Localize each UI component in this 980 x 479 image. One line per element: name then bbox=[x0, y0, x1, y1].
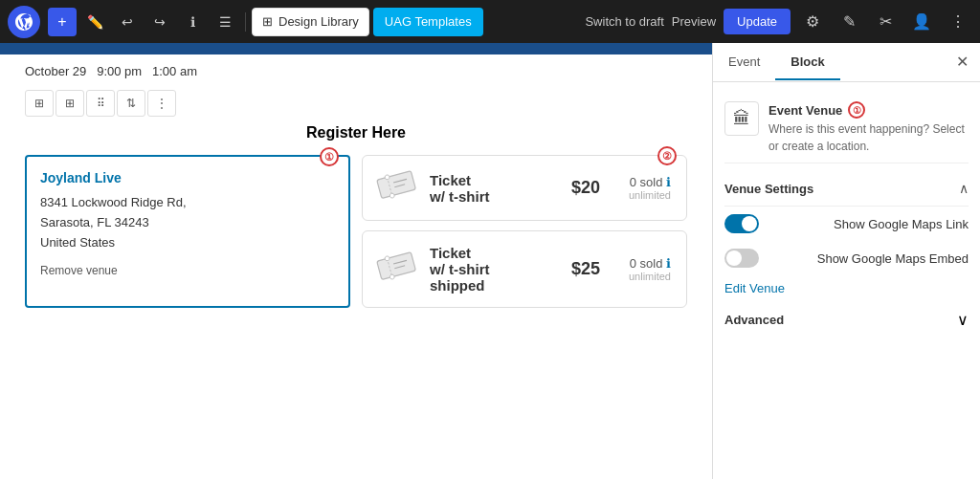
venue-address-line3: United States bbox=[40, 235, 115, 250]
design-library-button[interactable]: ⊞ Design Library bbox=[252, 8, 369, 36]
ticket-icon-1 bbox=[374, 164, 421, 210]
venue-settings-label: Venue Settings bbox=[724, 182, 813, 196]
event-venue-block-item: 🏛 Event Venue ① Where is this event happ… bbox=[724, 94, 969, 163]
design-library-icon: ⊞ bbox=[262, 14, 273, 29]
edit-tool-button[interactable]: ✏️ bbox=[80, 8, 109, 36]
venue-settings-section[interactable]: Venue Settings ∧ bbox=[724, 171, 969, 207]
advanced-toggle-icon: ∨ bbox=[957, 311, 969, 329]
venue-block: ① Joyland Live 8341 Lockwood Ridge Rd, S… bbox=[25, 155, 350, 308]
switch-draft-button[interactable]: Switch to draft bbox=[585, 14, 663, 29]
toggle-maps-embed[interactable] bbox=[724, 249, 759, 268]
info-icon-2: ℹ bbox=[666, 256, 671, 271]
ticket-info-1: Ticketw/ t-shirt bbox=[430, 172, 543, 205]
content-row: ① Joyland Live 8341 Lockwood Ridge Rd, S… bbox=[15, 155, 697, 308]
ticket-name-1: Ticketw/ t-shirt bbox=[430, 172, 543, 205]
advanced-label: Advanced bbox=[724, 313, 784, 327]
more-tool-button[interactable]: ⋮ bbox=[147, 90, 176, 117]
venue-settings-toggle-icon: ∧ bbox=[959, 181, 969, 196]
uag-templates-button[interactable]: UAG Templates bbox=[373, 8, 483, 36]
venue-badge: ① bbox=[320, 147, 339, 166]
ticket-sold-2: 0 sold ℹ unlimited bbox=[629, 256, 671, 282]
venue-address-line2: Sarasota, FL 34243 bbox=[40, 215, 149, 229]
preview-button[interactable]: Preview bbox=[672, 14, 716, 29]
ticket-badge-1: ② bbox=[657, 146, 677, 165]
editor-area: October 29 9:00 pm 1:00 am ⊞ ⊞ ⠿ ⇅ ⋮ Reg… bbox=[0, 43, 712, 479]
image-tool-button[interactable]: ⊞ bbox=[25, 90, 54, 117]
event-time-start: 9:00 pm bbox=[97, 64, 142, 78]
ticket-availability-2: unlimited bbox=[629, 271, 671, 282]
preview-label: Preview bbox=[672, 14, 716, 29]
block-title: Event Venue ① bbox=[768, 101, 969, 119]
update-button[interactable]: Update bbox=[724, 9, 791, 34]
svg-rect-0 bbox=[377, 171, 416, 199]
maps-embed-label: Show Google Maps Embed bbox=[817, 251, 969, 266]
list-view-button[interactable]: ☰ bbox=[211, 8, 239, 36]
toggle-maps-link[interactable] bbox=[724, 214, 759, 233]
ticket-price-1: $20 bbox=[571, 178, 600, 198]
block-title-text: Event Venue bbox=[768, 103, 842, 118]
tab-block[interactable]: Block bbox=[775, 45, 839, 80]
svg-rect-6 bbox=[377, 252, 416, 280]
design-library-label: Design Library bbox=[278, 14, 359, 29]
ticket-info-2: Ticketw/ t-shirtshipped bbox=[430, 245, 543, 294]
ticket-card: ② bbox=[362, 155, 687, 221]
sidebar-close-button[interactable]: ✕ bbox=[945, 43, 980, 81]
right-sidebar: Event Block ✕ 🏛 Event Venue ① Where is t… bbox=[712, 43, 980, 479]
ticket-card-2: Ticketw/ t-shirtshipped $25 0 sold ℹ unl… bbox=[362, 230, 687, 308]
ticket-name-2: Ticketw/ t-shirtshipped bbox=[430, 245, 543, 294]
toggle-maps-link-row: Show Google Maps Link bbox=[724, 207, 969, 241]
info-icon-1: ℹ bbox=[666, 175, 671, 189]
drag-tool-button[interactable]: ⠿ bbox=[86, 90, 115, 117]
toolbar-divider bbox=[245, 12, 246, 32]
redo-button[interactable]: ↪ bbox=[145, 8, 174, 36]
wp-logo[interactable] bbox=[8, 6, 40, 38]
update-label: Update bbox=[737, 14, 777, 29]
top-toolbar: + ✏️ ↩ ↪ ℹ ☰ ⊞ Design Library UAG Templa… bbox=[0, 0, 980, 43]
block-description: Where is this event happening? Select or… bbox=[768, 120, 969, 155]
info-button[interactable]: ℹ bbox=[178, 8, 207, 36]
maps-link-label: Show Google Maps Link bbox=[834, 217, 969, 231]
venue-block-icon: 🏛 bbox=[733, 109, 750, 129]
event-date: October 29 bbox=[25, 64, 86, 78]
venue-address: 8341 Lockwood Ridge Rd, Sarasota, FL 342… bbox=[40, 193, 335, 252]
tools-icon-button[interactable]: ✂ bbox=[871, 8, 900, 36]
ticket-sold-1: 0 sold ℹ unlimited bbox=[629, 175, 671, 201]
switch-draft-label: Switch to draft bbox=[585, 14, 663, 29]
venue-name: Joyland Live bbox=[40, 170, 335, 185]
edit-icon-button[interactable]: ✎ bbox=[835, 8, 863, 36]
remove-venue-link[interactable]: Remove venue bbox=[40, 264, 335, 277]
edit-venue-link[interactable]: Edit Venue bbox=[724, 281, 969, 295]
ticket-icon-2 bbox=[374, 246, 421, 292]
tickets-area: ② bbox=[362, 155, 687, 308]
register-heading: Register Here bbox=[306, 124, 406, 141]
undo-button[interactable]: ↩ bbox=[113, 8, 142, 36]
add-block-button[interactable]: + bbox=[48, 8, 77, 36]
block-toolbar: ⊞ ⊞ ⠿ ⇅ ⋮ bbox=[15, 90, 697, 117]
sidebar-body: 🏛 Event Venue ① Where is this event happ… bbox=[713, 82, 980, 479]
tab-event[interactable]: Event bbox=[713, 45, 775, 80]
toggle-maps-embed-row: Show Google Maps Embed bbox=[724, 241, 969, 275]
wp-logo-icon bbox=[14, 12, 33, 32]
event-datetime: October 29 9:00 pm 1:00 am bbox=[15, 64, 697, 78]
main-layout: October 29 9:00 pm 1:00 am ⊞ ⊞ ⠿ ⇅ ⋮ Reg… bbox=[0, 43, 980, 479]
sidebar-tabs: Event Block ✕ bbox=[713, 43, 980, 82]
block-badge: ① bbox=[848, 101, 865, 119]
advanced-section[interactable]: Advanced ∨ bbox=[724, 301, 969, 338]
table-tool-button[interactable]: ⊞ bbox=[56, 90, 84, 117]
arrows-tool-button[interactable]: ⇅ bbox=[117, 90, 145, 117]
user-icon-button[interactable]: 👤 bbox=[907, 8, 936, 36]
ticket-price-2: $25 bbox=[571, 259, 600, 279]
more-options-button[interactable]: ⋮ bbox=[944, 8, 972, 36]
uag-label: UAG Templates bbox=[385, 14, 472, 29]
blue-bar bbox=[0, 43, 712, 54]
toolbar-right: Switch to draft Preview Update ⚙ ✎ ✂ 👤 ⋮ bbox=[585, 8, 972, 36]
event-venue-icon-box: 🏛 bbox=[724, 101, 759, 136]
block-info: Event Venue ① Where is this event happen… bbox=[768, 101, 969, 155]
settings-icon-button[interactable]: ⚙ bbox=[798, 8, 827, 36]
ticket-availability-1: unlimited bbox=[629, 189, 671, 201]
venue-address-line1: 8341 Lockwood Ridge Rd, bbox=[40, 195, 187, 209]
event-time-end: 1:00 am bbox=[152, 64, 197, 78]
